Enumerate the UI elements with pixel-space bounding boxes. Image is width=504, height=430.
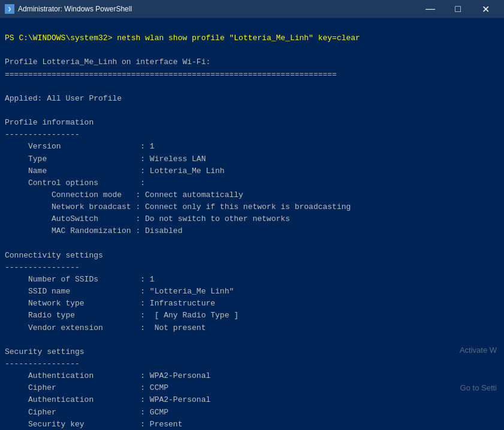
radio-type-line: Radio type : [ Any Radio Type ] bbox=[5, 311, 239, 320]
type-line: Type : Wireless LAN bbox=[5, 155, 206, 163]
control-options-line: Control options : bbox=[5, 178, 145, 187]
applied-line: Applied: All User Profile bbox=[5, 94, 122, 103]
num-ssids-line: Number of SSIDs : 1 bbox=[5, 275, 155, 284]
auto-switch-line: AutoSwitch : Do not switch to other netw… bbox=[5, 214, 290, 223]
title-bar-left: ❯ Administrator: Windows PowerShell bbox=[5, 4, 132, 14]
dash-3: ---------------- bbox=[5, 359, 80, 368]
dash-2: ---------------- bbox=[5, 263, 80, 272]
blank-line-1 bbox=[5, 46, 10, 54]
maximize-button[interactable]: □ bbox=[444, 0, 472, 18]
auth1-line: Authentication : WPA2-Personal bbox=[5, 371, 210, 380]
connectivity-header: Connectivity settings bbox=[5, 251, 103, 260]
net-bcast-line: Network broadcast : Connect only if this… bbox=[5, 202, 351, 211]
version-line: Version : 1 bbox=[5, 142, 155, 151]
powershell-icon: ❯ bbox=[5, 4, 14, 14]
conn-mode-line: Connection mode : Connect automatically bbox=[5, 190, 243, 199]
activation-watermark: Activate W Go to Setti bbox=[460, 320, 497, 419]
close-button[interactable]: ✕ bbox=[472, 0, 499, 18]
cipher2-line: Cipher : GCMP bbox=[5, 408, 168, 417]
window-controls[interactable]: — □ ✕ bbox=[417, 0, 499, 18]
minimize-button[interactable]: — bbox=[417, 0, 444, 18]
separator-1: ========================================… bbox=[5, 70, 337, 79]
blank-line-5 bbox=[5, 335, 10, 344]
name-line: Name : Lotteria_Me Linh bbox=[5, 166, 225, 175]
vendor-ext-line: Vendor extension : Not present bbox=[5, 323, 206, 332]
sec-key-line: Security key : Present bbox=[5, 420, 182, 429]
blank-line-3 bbox=[5, 106, 10, 115]
title-bar: ❯ Administrator: Windows PowerShell — □ … bbox=[0, 0, 504, 18]
auth2-line: Authentication : WPA2-Personal bbox=[5, 395, 210, 404]
prompt-line-1: PS C:\WINDOWS\system32> netsh wlan show … bbox=[5, 34, 360, 43]
profile-info-header: Profile information bbox=[5, 118, 93, 127]
dash-1: ---------------- bbox=[5, 130, 80, 139]
blank-line-2 bbox=[5, 82, 10, 91]
mac-rand-line: MAC Randomization : Disabled bbox=[5, 226, 182, 235]
window-title: Administrator: Windows PowerShell bbox=[18, 5, 132, 13]
net-type-line: Network type : Infrastructure bbox=[5, 299, 215, 308]
ssid-name-line: SSID name : "Lotteria_Me Linh" bbox=[5, 287, 234, 296]
blank-line-4 bbox=[5, 239, 10, 248]
profile-header: Profile Lotteria_Me_Linh on interface Wi… bbox=[5, 57, 210, 66]
security-header: Security settings bbox=[5, 347, 84, 356]
terminal-window: PS C:\WINDOWS\system32> netsh wlan show … bbox=[0, 18, 504, 430]
cipher1-line: Cipher : CCMP bbox=[5, 383, 168, 392]
